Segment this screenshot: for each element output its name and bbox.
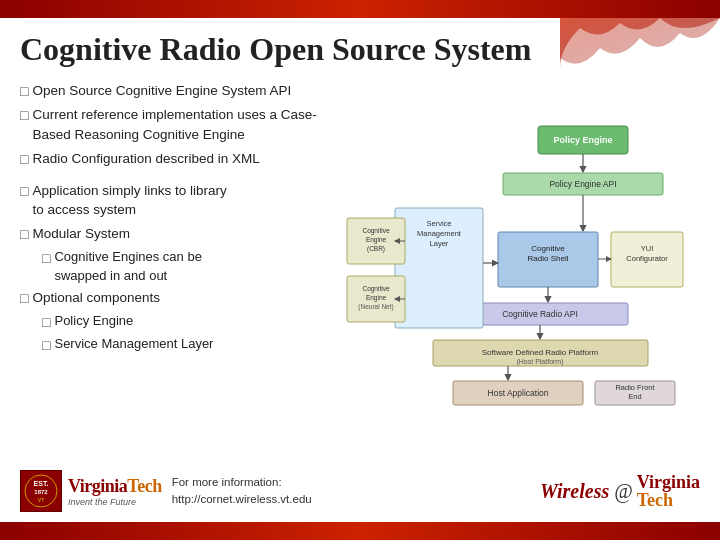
svg-text:Layer: Layer	[429, 239, 448, 248]
svg-text:(CBR): (CBR)	[366, 245, 384, 253]
vt-right-tech: Tech	[637, 491, 700, 509]
bullet-6: □ Optional components	[20, 288, 320, 308]
svg-text:Policy Engine API: Policy Engine API	[549, 179, 616, 189]
vt-right-logo: Virginia Tech	[637, 473, 700, 509]
svg-text:VT: VT	[38, 497, 44, 503]
top-bar	[0, 0, 720, 18]
svg-text:Radio Front: Radio Front	[615, 383, 655, 392]
svg-text:Service: Service	[426, 219, 451, 228]
svg-text:YUI: YUI	[640, 244, 653, 253]
footer-info-line2: http://cornet.wireless.vt.edu	[172, 491, 312, 508]
svg-text:(Host Platform): (Host Platform)	[516, 358, 563, 366]
svg-text:Software Defined Radio Platfor: Software Defined Radio Platform	[481, 348, 598, 357]
bullet-8: □ Service Management Layer	[20, 335, 320, 355]
bullet-0: □ Open Source Cognitive Engine System AP…	[20, 81, 320, 101]
main-content: Cognitive Radio Open Source System □ Ope…	[0, 18, 720, 522]
page-title: Cognitive Radio Open Source System	[20, 32, 700, 67]
bullet-3: □ Application simply links to libraryto …	[20, 181, 320, 220]
svg-text:Management: Management	[417, 229, 462, 238]
vt-right-virginia: Virginia	[637, 473, 700, 491]
footer-left: EST. 1872 VT VirginiaTech Invent the Fut…	[20, 470, 312, 512]
footer-info: For more information: http://cornet.wire…	[172, 474, 312, 509]
bullet-5: □ Cognitive Engines can beswapped in and…	[20, 248, 320, 286]
wireless-label: Wireless @	[540, 480, 633, 503]
bullet-4: □ Modular System	[20, 224, 320, 244]
svg-text:Radio Shell: Radio Shell	[527, 254, 568, 263]
footer-right: Wireless @ Virginia Tech	[540, 473, 700, 509]
svg-text:Cognitive: Cognitive	[531, 244, 565, 253]
svg-text:(Neural Net): (Neural Net)	[358, 303, 393, 311]
vt-name: VirginiaTech	[68, 476, 162, 497]
svg-text:Cognitive: Cognitive	[362, 227, 389, 235]
vt-seal: EST. 1872 VT	[20, 470, 62, 512]
svg-text:Cognitive: Cognitive	[362, 285, 389, 293]
vt-logo-left: EST. 1872 VT VirginiaTech Invent the Fut…	[20, 470, 162, 512]
architecture-diagram: Policy Engine Policy Engine API Cognitiv…	[343, 118, 688, 423]
vt-subtitle: Invent the Future	[68, 497, 162, 507]
vt-name-block: VirginiaTech Invent the Future	[68, 476, 162, 507]
svg-text:Policy Engine: Policy Engine	[553, 135, 612, 145]
svg-text:Configurator: Configurator	[626, 254, 668, 263]
main-layout: □ Open Source Cognitive Engine System AP…	[20, 81, 700, 460]
svg-text:1872: 1872	[34, 489, 48, 495]
bullets-section: □ Open Source Cognitive Engine System AP…	[20, 81, 320, 460]
bullet-1: □ Current reference implementation uses …	[20, 105, 320, 144]
diagram-section: Policy Engine Policy Engine API Cognitiv…	[330, 81, 700, 460]
footer-info-line1: For more information:	[172, 474, 312, 491]
bullet-7: □ Policy Engine	[20, 312, 320, 332]
svg-text:Engine: Engine	[365, 294, 386, 302]
svg-text:EST.: EST.	[34, 480, 49, 487]
bullet-2: □ Radio Configuration described in XML	[20, 149, 320, 169]
svg-text:Cognitive Radio API: Cognitive Radio API	[502, 309, 578, 319]
footer: EST. 1872 VT VirginiaTech Invent the Fut…	[20, 466, 700, 512]
bottom-bar	[0, 522, 720, 540]
svg-text:Engine: Engine	[365, 236, 386, 244]
svg-text:Host Application: Host Application	[487, 388, 548, 398]
svg-text:End: End	[628, 392, 641, 401]
